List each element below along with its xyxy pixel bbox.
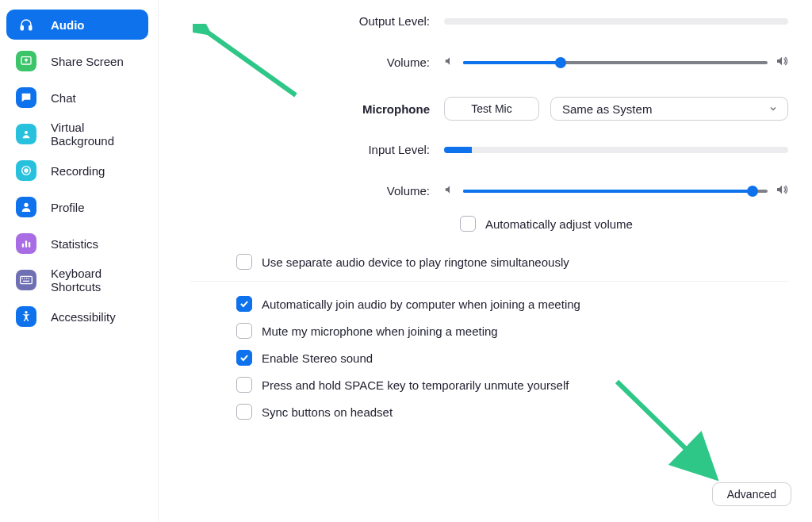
sync-headset-checkbox[interactable]	[236, 404, 252, 420]
sidebar-item-chat[interactable]: Chat	[6, 83, 148, 113]
sidebar-item-label: Recording	[51, 164, 105, 178]
sidebar-item-accessibility[interactable]: Accessibility	[6, 301, 148, 332]
output-level-label: Output Level:	[182, 14, 444, 28]
chevron-down-icon	[768, 102, 778, 116]
output-volume-label: Volume:	[182, 56, 444, 69]
speaker-low-icon	[444, 184, 455, 198]
speaker-high-icon	[776, 55, 788, 70]
recording-icon	[16, 160, 36, 181]
svg-point-16	[25, 311, 27, 313]
microphone-device-select[interactable]: Same as System	[550, 97, 788, 121]
svg-rect-8	[25, 241, 27, 248]
svg-rect-14	[29, 278, 29, 278]
enable-stereo-checkbox[interactable]	[236, 350, 252, 366]
enable-stereo-label: Enable Stereo sound	[262, 351, 373, 365]
sidebar-item-label: Chat	[51, 91, 76, 105]
sidebar-item-audio[interactable]: Audio	[6, 10, 148, 40]
headphones-icon	[16, 14, 36, 35]
sidebar-item-virtual-background[interactable]: Virtual Background	[6, 119, 148, 149]
svg-rect-11	[22, 278, 23, 278]
speaker-low-icon	[444, 56, 455, 69]
auto-adjust-volume-label: Automatically adjust volume	[485, 217, 633, 231]
sidebar-item-label: Keyboard Shortcuts	[51, 267, 139, 294]
auto-join-audio-label: Automatically join audio by computer whe…	[262, 297, 580, 311]
mute-on-join-label: Mute my microphone when joining a meetin…	[262, 324, 498, 338]
microphone-section-label: Microphone	[182, 102, 444, 116]
advanced-button[interactable]: Advanced	[712, 482, 791, 506]
svg-rect-10	[21, 276, 33, 283]
auto-adjust-volume-checkbox[interactable]	[460, 216, 476, 232]
sidebar-item-recording[interactable]: Recording	[6, 155, 148, 186]
svg-point-5	[25, 169, 28, 172]
svg-point-6	[24, 203, 28, 207]
svg-point-3	[25, 131, 28, 134]
audio-settings-panel: Output Level: Volume:	[159, 0, 812, 522]
svg-rect-1	[29, 26, 32, 30]
svg-rect-0	[21, 26, 23, 30]
auto-join-audio-checkbox[interactable]	[236, 296, 252, 312]
microphone-device-value: Same as System	[562, 102, 652, 116]
speaker-high-icon	[776, 183, 788, 198]
sidebar-item-label: Statistics	[51, 237, 98, 251]
svg-rect-9	[29, 242, 30, 247]
svg-rect-15	[23, 281, 29, 282]
mic-volume-slider[interactable]	[463, 190, 768, 193]
separate-ringtone-label: Use separate audio device to play ringto…	[262, 255, 569, 269]
profile-icon	[16, 197, 36, 217]
statistics-icon	[16, 233, 36, 254]
chat-icon	[16, 87, 36, 108]
mic-volume-label: Volume:	[182, 184, 444, 198]
share-screen-icon	[16, 51, 36, 71]
space-unmute-label: Press and hold SPACE key to temporarily …	[262, 378, 569, 392]
separate-ringtone-checkbox[interactable]	[236, 254, 252, 270]
mute-on-join-checkbox[interactable]	[236, 323, 252, 339]
svg-rect-12	[24, 278, 25, 278]
svg-rect-13	[26, 278, 27, 278]
sidebar-item-share-screen[interactable]: Share Screen	[6, 46, 148, 76]
sidebar-item-label: Virtual Background	[51, 121, 139, 148]
input-level-meter	[444, 147, 788, 153]
test-mic-button[interactable]: Test Mic	[444, 97, 539, 121]
accessibility-icon	[16, 306, 36, 327]
input-level-label: Input Level:	[182, 143, 444, 156]
svg-rect-7	[22, 244, 24, 248]
output-volume-slider[interactable]	[463, 61, 768, 64]
space-unmute-checkbox[interactable]	[236, 377, 252, 393]
sidebar-item-keyboard-shortcuts[interactable]: Keyboard Shortcuts	[6, 265, 148, 295]
sidebar-item-profile[interactable]: Profile	[6, 192, 148, 222]
keyboard-icon	[16, 270, 36, 290]
virtual-bg-icon	[16, 124, 36, 144]
sidebar-item-label: Profile	[51, 201, 85, 214]
sidebar-item-label: Audio	[51, 18, 85, 32]
sidebar-item-statistics[interactable]: Statistics	[6, 228, 148, 259]
options-divider	[190, 281, 788, 282]
settings-sidebar: AudioShare ScreenChatVirtual BackgroundR…	[0, 0, 159, 522]
sidebar-item-label: Accessibility	[51, 310, 116, 324]
output-level-meter	[444, 18, 788, 25]
sync-headset-label: Sync buttons on headset	[262, 405, 393, 419]
sidebar-item-label: Share Screen	[51, 55, 124, 68]
